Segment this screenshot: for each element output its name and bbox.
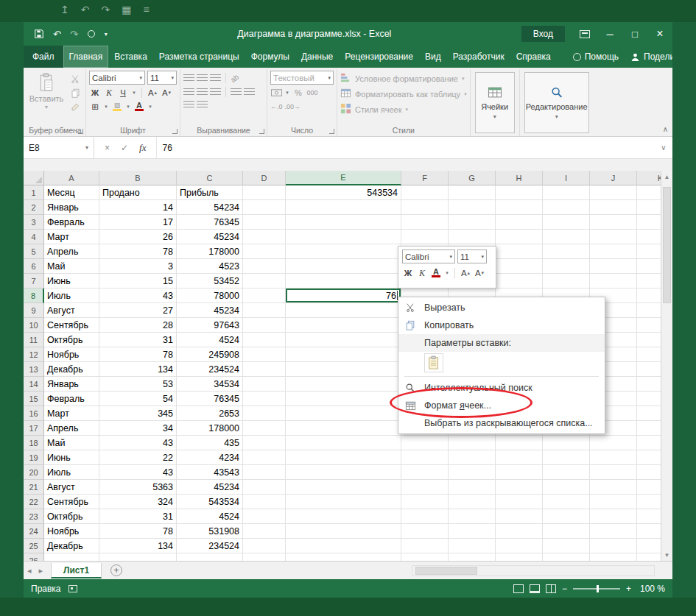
cell-K24[interactable] [637,524,661,539]
cell-A22[interactable]: Сентябрь [44,495,99,509]
cell-J2[interactable] [590,200,637,215]
cell-K13[interactable] [637,362,661,377]
cell-F20[interactable] [401,465,449,480]
select-all-corner[interactable] [24,171,44,185]
cell-I6[interactable] [543,259,590,274]
cell-F23[interactable] [401,509,449,524]
editing-button[interactable]: Редактирование ▾ [524,72,589,133]
cell-D10[interactable] [243,318,286,333]
cell-J4[interactable] [590,230,637,244]
cell-I4[interactable] [543,230,590,244]
cell-C23[interactable]: 4524 [177,509,243,524]
cell-D20[interactable] [243,465,286,480]
menu-item-choose-from-list[interactable]: Выбрать из раскрывающегося списка... [398,414,605,432]
cell-H20[interactable] [496,465,543,480]
cell-B5[interactable]: 78 [99,244,177,259]
cell-G19[interactable] [449,450,496,465]
cell-E2[interactable] [286,200,401,215]
cell-G24[interactable] [449,524,496,539]
cell-D9[interactable] [243,303,286,318]
cell-F2[interactable] [401,200,449,215]
cell-G18[interactable] [449,436,496,450]
dialog-launcher-icon[interactable] [172,129,177,134]
cell-K4[interactable] [637,230,661,244]
cell-C24[interactable]: 531908 [177,524,243,539]
paste-keep-source-formatting-button[interactable] [424,353,443,372]
horizontal-scrollbar[interactable] [412,565,655,576]
cells-button[interactable]: Ячейки ▾ [475,72,515,133]
cell-H4[interactable] [496,230,543,244]
align-center-icon[interactable] [197,88,208,96]
cell-B14[interactable]: 53 [99,377,177,392]
chevron-down-icon[interactable]: ▾ [444,266,450,279]
cell-I20[interactable] [543,465,590,480]
cell-C19[interactable]: 4234 [177,450,243,465]
column-header-F[interactable]: F [401,171,449,185]
cell-H18[interactable] [496,436,543,450]
cell-J3[interactable] [590,215,637,230]
dialog-launcher-icon[interactable] [329,129,334,134]
tab-help[interactable]: Справка [510,46,557,68]
tab-formulas[interactable]: Формулы [245,46,295,68]
cell-B25[interactable]: 134 [99,539,177,553]
align-left-icon[interactable] [183,88,194,96]
tab-developer[interactable]: Разработчик [447,46,510,68]
cell-G21[interactable] [449,480,496,495]
zoom-in-button[interactable]: + [626,584,631,594]
cell-K6[interactable] [637,259,661,274]
column-header-J[interactable]: J [590,171,637,185]
cell-J20[interactable] [590,465,637,480]
cell-B4[interactable]: 26 [99,230,177,244]
cell-D4[interactable] [243,230,286,244]
cell-D21[interactable] [243,480,286,495]
cell-K1[interactable] [637,185,661,200]
cell-E9[interactable] [286,303,401,318]
cell-A1[interactable]: Месяц [44,185,99,200]
cell-B6[interactable]: 3 [99,259,177,274]
mini-font-size-select[interactable]: 11▾ [457,249,487,263]
copy-icon[interactable] [68,88,82,99]
new-sheet-button[interactable]: + [110,564,122,576]
row-header-25[interactable]: 25 [24,539,44,553]
cell-J25[interactable] [590,539,637,553]
cell-G22[interactable] [449,495,496,509]
cell-B26[interactable] [99,553,177,561]
conditional-formatting-button[interactable]: Условное форматирование▾ [340,71,467,86]
cell-K8[interactable] [637,288,661,303]
row-header-14[interactable]: 14 [24,377,44,392]
cell-E19[interactable] [286,450,401,465]
cell-H26[interactable] [496,553,543,561]
accounting-format-icon[interactable] [270,86,282,99]
cell-B20[interactable]: 43 [99,465,177,480]
decrease-decimal-icon[interactable]: .00→ [285,100,301,113]
align-middle-icon[interactable] [197,74,208,82]
cell-J26[interactable] [590,553,637,561]
cell-K17[interactable] [637,421,661,436]
cell-C2[interactable]: 54234 [177,200,243,215]
increase-font-button[interactable]: А▴ [147,86,158,99]
cell-I1[interactable] [543,185,590,200]
cell-K10[interactable] [637,318,661,333]
tab-insert[interactable]: Вставка [108,46,153,68]
cell-A21[interactable]: Август [44,480,99,495]
tab-page-layout[interactable]: Разметка страницы [153,46,245,68]
chevron-down-icon[interactable]: ▾ [147,100,153,113]
save-icon[interactable] [34,29,44,39]
cell-B9[interactable]: 27 [99,303,177,318]
cell-A20[interactable]: Июль [44,465,99,480]
number-format-select[interactable]: Текстовый▾ [270,71,334,85]
cell-D23[interactable] [243,509,286,524]
cell-A14[interactable]: Январь [44,377,99,392]
cell-G25[interactable] [449,539,496,553]
cell-C1[interactable]: Прибыль [177,185,243,200]
cell-G26[interactable] [449,553,496,561]
undo-button[interactable]: ↶ [53,29,61,40]
row-header-13[interactable]: 13 [24,362,44,377]
cell-A8[interactable]: Июль [44,288,99,303]
column-header-D[interactable]: D [243,171,286,185]
tab-home[interactable]: Главная [63,46,109,68]
row-header-2[interactable]: 2 [24,200,44,215]
cell-C7[interactable]: 53452 [177,274,243,288]
maximize-button[interactable]: □ [622,22,647,46]
cell-H21[interactable] [496,480,543,495]
